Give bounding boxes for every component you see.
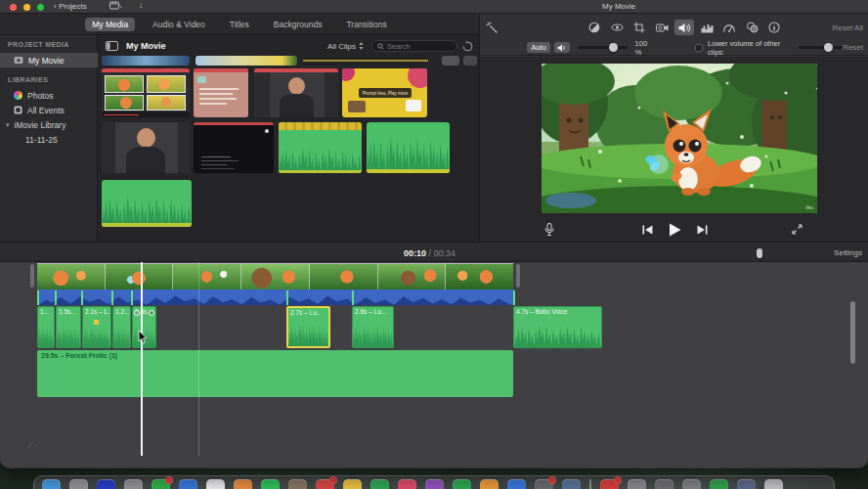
dock-app-icon[interactable]	[316, 479, 334, 489]
dock-app-icon[interactable]	[628, 479, 646, 489]
media-thumbnail-audio[interactable]	[102, 180, 192, 227]
trim-handle-left[interactable]	[30, 264, 34, 288]
disclosure-chevron-icon[interactable]: ▾	[6, 121, 10, 129]
mute-button[interactable]	[554, 42, 570, 53]
audio-clip-selected[interactable]: 2.7s – Lu..	[286, 306, 330, 348]
media-thumbnail[interactable]	[195, 56, 297, 66]
stabilization-icon[interactable]	[652, 20, 672, 35]
volume-slider[interactable]	[578, 46, 627, 49]
dock-app-icon[interactable]	[710, 479, 728, 489]
previous-frame-button[interactable]	[642, 225, 653, 235]
dock-app-icon[interactable]	[152, 479, 170, 489]
media-thumbnail-webcam[interactable]	[254, 68, 338, 117]
video-audio-waveform[interactable]	[37, 289, 513, 305]
playhead[interactable]	[141, 262, 143, 456]
zoom-window-button[interactable]	[37, 4, 44, 11]
media-thumbnail-document[interactable]	[194, 68, 248, 117]
search-input[interactable]	[387, 42, 450, 51]
play-button[interactable]	[669, 223, 681, 237]
media-thumbnail-audio[interactable]	[367, 122, 450, 173]
voiceover-mic-icon[interactable]	[544, 223, 554, 237]
dock-app-icon[interactable]	[42, 479, 61, 489]
dock-app-icon[interactable]	[398, 479, 416, 489]
color-balance-icon[interactable]	[607, 20, 627, 35]
close-window-button[interactable]	[10, 4, 17, 11]
sidebar-toggle-icon[interactable]	[106, 41, 118, 51]
audio-clip[interactable]: 1...	[37, 306, 55, 348]
audio-clip[interactable]: 1.5s...	[56, 306, 81, 348]
tab-titles[interactable]: Titles	[223, 18, 256, 31]
trim-handle-right[interactable]	[516, 264, 520, 288]
back-to-projects-button[interactable]: ‹ Projects	[54, 2, 87, 11]
audio-clip[interactable]: 1.2...	[112, 306, 131, 348]
media-thumbnail-webcam[interactable]	[102, 122, 190, 173]
dock-app-icon[interactable]	[261, 479, 280, 489]
lower-volume-checkbox[interactable]	[695, 44, 703, 52]
clip-info-icon[interactable]	[764, 20, 784, 35]
noise-reduction-icon[interactable]	[697, 20, 716, 35]
dock-app-icon[interactable]	[234, 479, 252, 489]
fullscreen-icon[interactable]	[792, 224, 803, 235]
auto-volume-button[interactable]: Auto	[527, 42, 550, 53]
dock-app-icon[interactable]	[562, 479, 581, 489]
dock-app-icon[interactable]	[124, 479, 143, 489]
tab-audio-video[interactable]: Audio & Video	[146, 18, 212, 31]
dock-app-icon[interactable]	[370, 479, 389, 489]
volume-icon[interactable]	[674, 20, 694, 35]
enhance-wand-icon[interactable]	[486, 22, 499, 34]
speed-icon[interactable]	[719, 20, 739, 35]
import-media-icon[interactable]	[109, 1, 122, 11]
tab-transitions[interactable]: Transitions	[339, 18, 393, 31]
dock-app-icon[interactable]	[288, 479, 307, 489]
dock[interactable]	[33, 475, 835, 489]
settings-button[interactable]: Settings	[834, 248, 862, 257]
fade-handle[interactable]	[134, 310, 140, 316]
dock-app-icon[interactable]	[535, 479, 553, 489]
dock-app-icon[interactable]	[179, 479, 197, 489]
dock-app-icon[interactable]	[97, 479, 115, 489]
next-frame-button[interactable]	[697, 225, 708, 235]
media-thumbnail[interactable]	[303, 56, 428, 66]
video-clip-filmstrip[interactable]	[37, 263, 513, 289]
audio-clip[interactable]: 2.1s – L...	[82, 306, 111, 348]
media-thumbnail[interactable]	[463, 56, 477, 66]
sidebar-item-all-events[interactable]: All Events	[0, 103, 98, 117]
refresh-icon[interactable]	[462, 41, 473, 52]
background-music-clip[interactable]: 29.5s – Forest Frolic (1)	[37, 350, 513, 397]
dock-app-icon[interactable]	[480, 479, 499, 489]
sidebar-item-event-11-11-25[interactable]: 11-11-25	[0, 132, 98, 147]
dock-app-icon[interactable]	[655, 479, 673, 489]
dock-app-icon[interactable]	[600, 479, 619, 489]
color-correction-icon[interactable]	[585, 20, 604, 35]
clip-filter-icon[interactable]	[742, 20, 761, 35]
media-thumbnail-slide[interactable]: Prompt less, Play more	[342, 68, 427, 117]
sidebar-item-my-movie[interactable]: My Movie	[0, 53, 98, 67]
dock-app-icon[interactable]	[507, 479, 526, 489]
lower-volume-slider[interactable]	[799, 46, 843, 49]
media-thumbnail[interactable]	[442, 56, 459, 66]
dock-app-icon[interactable]	[682, 479, 701, 489]
audio-clip-bobo-voice[interactable]: 4.7s – Bobo Voice	[513, 306, 602, 348]
media-thumbnail[interactable]	[102, 56, 190, 66]
crop-icon[interactable]	[629, 20, 649, 35]
download-arrow-icon[interactable]: ↓	[139, 0, 144, 10]
tab-my-media[interactable]: My Media	[85, 18, 135, 31]
reset-all-button[interactable]: Reset All	[832, 23, 863, 32]
dock-app-icon[interactable]	[69, 479, 88, 489]
dock-app-icon[interactable]	[764, 479, 783, 489]
sidebar-item-imovie-library[interactable]: ▾ iMovie Library	[0, 117, 98, 132]
timeline-scrollbar[interactable]	[850, 301, 855, 364]
minimize-window-button[interactable]	[23, 4, 30, 11]
media-thumbnail-audio[interactable]	[279, 122, 362, 173]
tab-backgrounds[interactable]: Backgrounds	[267, 18, 329, 31]
reset-button[interactable]: Reset	[843, 43, 863, 52]
sidebar-item-photos[interactable]: Photos	[0, 88, 98, 103]
clip-filter-dropdown[interactable]: All Clips	[327, 42, 364, 51]
dock-app-icon[interactable]	[425, 479, 444, 489]
dock-app-icon[interactable]	[206, 479, 225, 489]
dock-app-icon[interactable]	[343, 479, 362, 489]
fade-handle[interactable]	[149, 310, 154, 316]
media-thumbnail-screen-recording[interactable]	[194, 122, 274, 173]
audio-clip[interactable]: 2.6s – Lu...	[352, 306, 394, 348]
search-field[interactable]	[371, 40, 457, 52]
